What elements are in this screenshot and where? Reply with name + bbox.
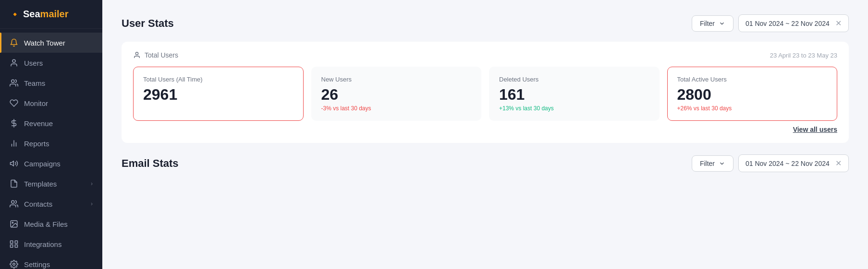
sidebar-item-label-contacts: Contacts — [24, 200, 52, 208]
svg-point-14 — [13, 263, 15, 266]
user-stats-title: User Stats — [122, 17, 174, 30]
heart-icon — [10, 99, 18, 107]
sidebar-item-teams[interactable]: Teams — [0, 73, 102, 93]
email-stats-date-range[interactable]: 01 Nov 2024 ~ 22 Nov 2024 ✕ — [738, 154, 849, 172]
svg-rect-12 — [11, 245, 13, 247]
card-label-text: Total Users — [145, 51, 178, 59]
svg-point-0 — [12, 59, 15, 62]
stat-value-new-users: 26 — [321, 87, 472, 102]
chevron-down-email-filter-icon — [719, 160, 725, 167]
email-stats-filter-button[interactable]: Filter — [692, 155, 734, 172]
sidebar-item-settings[interactable]: Settings — [0, 254, 102, 269]
contacts-icon — [10, 199, 18, 208]
svg-rect-13 — [15, 245, 17, 247]
sidebar-item-label-users: Users — [24, 59, 43, 67]
sidebar-item-revenue[interactable]: Revenue — [0, 113, 102, 133]
stats-card-header: Total Users 23 April 23 to 23 May 23 — [133, 51, 837, 59]
media-icon — [10, 220, 18, 228]
sidebar-item-monitor[interactable]: Monitor — [0, 93, 102, 113]
stats-card-date: 23 April 23 to 23 May 23 — [770, 52, 837, 59]
view-all-container: View all users — [133, 126, 837, 133]
stat-total-alltime: Total Users (All Time) 2961 — [133, 67, 304, 121]
sidebar-item-label-media: Media & Files — [24, 220, 68, 228]
total-users-icon — [133, 51, 141, 59]
sidebar-item-contacts[interactable]: Contacts › — [0, 194, 102, 214]
email-date-range-value: 01 Nov 2024 ~ 22 Nov 2024 — [746, 160, 830, 167]
stat-change-total-active: +26% vs last 30 days — [677, 105, 828, 112]
sidebar-item-label-revenue: Revenue — [24, 119, 53, 128]
svg-rect-11 — [15, 241, 17, 243]
bell-icon — [10, 38, 18, 47]
stat-label-total-active: Total Active Users — [677, 76, 828, 83]
main-content: User Stats Filter 01 Nov 2024 ~ 22 Nov 2… — [102, 0, 868, 269]
logo-text: Seamailer — [23, 9, 69, 20]
svg-point-9 — [12, 222, 13, 223]
view-all-users-button[interactable]: View all users — [793, 126, 837, 133]
chevron-down-icon-contacts: › — [91, 200, 93, 207]
stat-value-total-active: 2800 — [677, 87, 828, 102]
email-stats-header: Email Stats Filter 01 Nov 2024 ~ 22 Nov … — [122, 154, 849, 172]
svg-point-1 — [12, 80, 14, 82]
sidebar-item-media[interactable]: Media & Files — [0, 214, 102, 234]
sidebar-item-label-templates: Templates — [24, 180, 57, 188]
stat-total-active: Total Active Users 2800 +26% vs last 30 … — [667, 67, 838, 121]
sidebar-nav: Watch Tower Users Teams — [0, 29, 102, 269]
chevron-down-filter-icon — [719, 20, 725, 27]
stat-deleted-users: Deleted Users 161 +13% vs last 30 days — [489, 67, 660, 121]
sidebar-item-watchtower[interactable]: Watch Tower — [0, 33, 102, 53]
email-stats-filter-group: Filter 01 Nov 2024 ~ 22 Nov 2024 ✕ — [692, 154, 849, 172]
sidebar-item-label-watchtower: Watch Tower — [24, 39, 65, 47]
stat-label-deleted-users: Deleted Users — [499, 76, 649, 83]
sidebar-item-label-reports: Reports — [24, 140, 49, 148]
logo-container: 🔸 Seamailer — [0, 0, 102, 29]
stat-value-total-alltime: 2961 — [143, 87, 293, 102]
sidebar-item-label-teams: Teams — [24, 79, 45, 87]
reports-icon — [10, 139, 18, 148]
svg-point-15 — [135, 52, 138, 55]
templates-icon — [10, 179, 18, 188]
stat-new-users: New Users 26 -3% vs last 30 days — [311, 67, 482, 121]
sidebar-item-label-monitor: Monitor — [24, 99, 48, 107]
total-users-label: Total Users — [133, 51, 178, 59]
email-filter-label: Filter — [700, 160, 715, 167]
email-stats-title: Email Stats — [122, 157, 179, 170]
user-stats-date-range[interactable]: 01 Nov 2024 ~ 22 Nov 2024 ✕ — [738, 14, 849, 32]
svg-marker-6 — [11, 161, 14, 166]
sidebar-item-label-campaigns: Campaigns — [24, 160, 61, 168]
sidebar: 🔸 Seamailer Watch Tower Users — [0, 0, 102, 269]
integrations-icon — [10, 240, 18, 248]
email-date-range-close-icon[interactable]: ✕ — [835, 159, 842, 168]
svg-rect-10 — [11, 241, 13, 243]
stat-change-deleted-users: +13% vs last 30 days — [499, 105, 649, 112]
revenue-icon — [10, 119, 18, 128]
date-range-close-icon[interactable]: ✕ — [835, 19, 842, 28]
sidebar-item-users[interactable]: Users — [0, 53, 102, 73]
user-icon — [10, 58, 18, 67]
user-stats-filter-group: Filter 01 Nov 2024 ~ 22 Nov 2024 ✕ — [692, 14, 849, 32]
stat-label-total-alltime: Total Users (All Time) — [143, 76, 293, 83]
settings-icon — [10, 260, 18, 269]
filter-label: Filter — [700, 20, 715, 27]
stat-change-new-users: -3% vs last 30 days — [321, 105, 472, 112]
user-stats-filter-button[interactable]: Filter — [692, 15, 734, 32]
sidebar-item-templates[interactable]: Templates › — [0, 174, 102, 194]
sidebar-item-campaigns[interactable]: Campaigns — [0, 153, 102, 174]
campaigns-icon — [10, 159, 18, 168]
sidebar-item-integrations[interactable]: Integrations — [0, 234, 102, 254]
stat-label-new-users: New Users — [321, 76, 472, 83]
users-icon — [10, 79, 18, 87]
svg-point-7 — [12, 200, 14, 203]
chevron-down-icon: › — [91, 180, 93, 187]
stats-grid: Total Users (All Time) 2961 New Users 26… — [133, 67, 837, 121]
stat-value-deleted-users: 161 — [499, 87, 649, 102]
user-stats-card: Total Users 23 April 23 to 23 May 23 Tot… — [122, 42, 849, 143]
sidebar-item-reports[interactable]: Reports — [0, 133, 102, 153]
logo-icon: 🔸 — [10, 9, 20, 20]
user-stats-header: User Stats Filter 01 Nov 2024 ~ 22 Nov 2… — [122, 14, 849, 32]
sidebar-item-label-settings: Settings — [24, 260, 50, 269]
sidebar-item-label-integrations: Integrations — [24, 240, 61, 248]
date-range-value: 01 Nov 2024 ~ 22 Nov 2024 — [746, 20, 830, 27]
